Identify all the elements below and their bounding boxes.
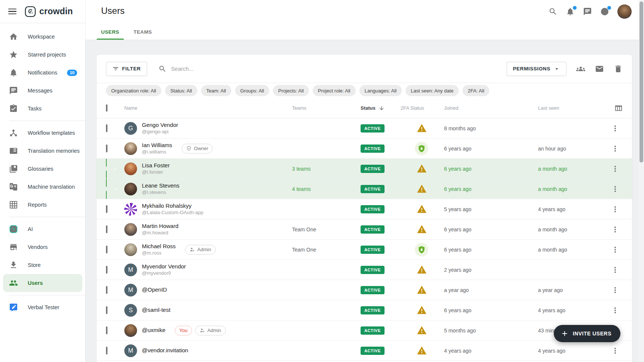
sidebar-item-translation-memories[interactable]: Translation memories	[3, 142, 82, 160]
row-menu-kebab-icon[interactable]	[611, 245, 620, 254]
tab-users[interactable]: USERS	[97, 29, 124, 40]
twofa-warning-icon[interactable]	[415, 122, 428, 135]
avatar[interactable]: G	[124, 122, 137, 135]
twofa-protected-shield-icon[interactable]	[415, 142, 428, 155]
avatar[interactable]	[124, 142, 137, 155]
row-checkbox[interactable]	[106, 225, 107, 233]
user-name[interactable]: Gengo Vendor	[142, 122, 178, 129]
table-row-myvendor-vendor[interactable]: MMyvendor Vendor@myvendor9ACTIVE2 years …	[97, 260, 632, 280]
user-name[interactable]: Martin Howard	[142, 223, 179, 230]
row-checkbox[interactable]	[106, 286, 107, 294]
row-checkbox[interactable]	[106, 179, 124, 199]
table-row-ian-williams[interactable]: Ian Williams@i.williamsOwnerACTIVE6 year…	[97, 139, 632, 159]
user-name[interactable]: Mykhailo Rohalskyy	[142, 203, 203, 210]
user-name[interactable]: Ian Williams	[142, 142, 172, 149]
search-input[interactable]	[171, 66, 328, 72]
row-checkbox[interactable]	[106, 326, 107, 334]
invite-users-button[interactable]: INVITE USERS	[554, 325, 620, 342]
delete-users-icon[interactable]	[614, 64, 623, 73]
user-name[interactable]: @uxmike	[142, 327, 165, 334]
sidebar-item-starred-projects[interactable]: Starred projects	[3, 46, 82, 64]
row-menu-kebab-icon[interactable]	[611, 346, 620, 355]
help-icon[interactable]: ?	[600, 7, 609, 16]
avatar[interactable]	[124, 223, 137, 236]
sidebar-item-vendors[interactable]: Vendors	[3, 238, 82, 256]
sidebar-item-glossaries[interactable]: Glossaries	[3, 160, 82, 178]
twofa-warning-icon[interactable]	[415, 203, 428, 216]
filter-chip-team[interactable]: Team: All	[201, 85, 231, 96]
sidebar-item-reports[interactable]: Reports	[3, 196, 82, 214]
row-checkbox[interactable]	[106, 246, 107, 253]
filter-chip-status[interactable]: Status: All	[165, 85, 197, 96]
twofa-warning-icon[interactable]	[415, 162, 428, 176]
email-users-icon[interactable]	[595, 64, 604, 73]
avatar[interactable]: M	[124, 264, 137, 276]
column-header-last-seen[interactable]: Last seen	[538, 105, 608, 111]
column-header-2fa[interactable]: 2FA Status	[401, 105, 444, 111]
table-row-martin-howard[interactable]: Martin Howard@m.howardTeam OneACTIVE6 ye…	[97, 219, 632, 240]
avatar[interactable]	[124, 243, 137, 256]
twofa-warning-icon[interactable]	[415, 324, 428, 337]
sidebar-item-notifications[interactable]: Notifications10	[3, 64, 82, 82]
twofa-protected-shield-icon[interactable]	[415, 243, 428, 256]
row-menu-kebab-icon[interactable]	[611, 164, 620, 173]
row-menu-kebab-icon[interactable]	[611, 286, 620, 295]
user-name[interactable]: @OpenID	[142, 286, 167, 293]
avatar[interactable]: M	[124, 344, 137, 357]
filter-button[interactable]: FILTER	[106, 62, 147, 76]
user-avatar[interactable]	[617, 4, 632, 19]
row-checkbox[interactable]	[106, 205, 107, 213]
sidebar-item-ai[interactable]: AI	[3, 220, 82, 238]
filter-chip-groups[interactable]: Groups: All	[235, 85, 270, 96]
row-checkbox[interactable]	[106, 347, 107, 355]
table-row--uxmike[interactable]: @uxmikeYouAdminACTIVE5 months ago43 minu…	[97, 320, 632, 341]
row-menu-kebab-icon[interactable]	[611, 225, 620, 234]
avatar[interactable]	[124, 162, 137, 175]
manage-teams-icon[interactable]	[576, 64, 585, 73]
user-name[interactable]: Myvendor Vendor	[142, 263, 186, 270]
filter-chip-organization-role[interactable]: Organization role: All	[106, 85, 161, 96]
row-menu-kebab-icon[interactable]	[611, 124, 620, 133]
user-name[interactable]: Lisa Foster	[142, 162, 170, 169]
avatar[interactable]	[124, 203, 137, 216]
avatar[interactable]: S	[124, 304, 137, 317]
sidebar-item-machine-translation[interactable]: Machine translation	[3, 178, 82, 196]
avatar[interactable]	[124, 324, 137, 337]
user-name[interactable]: @saml-test	[142, 307, 170, 314]
filter-chip-last-seen[interactable]: Last seen: Any date	[405, 85, 459, 96]
column-header-joined[interactable]: Joined	[444, 105, 538, 111]
scrollbar-thumb[interactable]	[640, 1, 643, 162]
twofa-warning-icon[interactable]	[415, 283, 428, 297]
sidebar-item-workflow-templates[interactable]: Workflow templates	[3, 124, 82, 142]
user-name[interactable]: @vendor.invitation	[142, 347, 188, 354]
column-settings-icon[interactable]	[614, 104, 623, 112]
column-header-status[interactable]: Status	[361, 105, 401, 111]
table-row--vendor-invitation[interactable]: M@vendor.invitationACTIVE4 years ago4 ye…	[97, 341, 632, 361]
avatar[interactable]	[124, 183, 137, 195]
twofa-warning-icon[interactable]	[415, 223, 428, 236]
avatar[interactable]: M	[124, 284, 137, 296]
sidebar-item-store[interactable]: Store	[3, 256, 82, 274]
column-header-name[interactable]: Name	[124, 105, 292, 111]
select-all-checkbox[interactable]	[106, 104, 107, 112]
notifications-bell-icon[interactable]	[566, 7, 575, 16]
row-checkbox[interactable]	[106, 266, 107, 274]
hamburger-menu-button[interactable]	[8, 9, 16, 14]
row-menu-kebab-icon[interactable]	[611, 185, 620, 194]
sidebar-item-verbal-tester[interactable]: Verbal Tester	[3, 298, 82, 316]
user-name[interactable]: Michael Ross	[142, 243, 176, 250]
twofa-warning-icon[interactable]	[415, 182, 428, 196]
sidebar-item-messages[interactable]: Messages	[3, 82, 82, 100]
row-checkbox[interactable]	[106, 159, 124, 179]
permissions-button[interactable]: PERMISSIONS	[507, 62, 566, 76]
row-checkbox[interactable]	[106, 124, 107, 132]
twofa-warning-icon[interactable]	[415, 263, 428, 277]
table-row-gengo-vendor[interactable]: GGengo Vendor@gengo-apiACTIVE8 months ag…	[97, 118, 632, 139]
filter-chip-2fa[interactable]: 2FA: All	[462, 85, 489, 96]
filter-chip-projects[interactable]: Projects: All	[273, 85, 309, 96]
page-scrollbar[interactable]	[639, 0, 644, 362]
row-menu-kebab-icon[interactable]	[611, 205, 620, 214]
sidebar-item-workspace[interactable]: Workspace	[3, 28, 82, 46]
tab-teams[interactable]: TEAMS	[129, 29, 157, 40]
sidebar-item-users[interactable]: Users	[3, 274, 82, 292]
